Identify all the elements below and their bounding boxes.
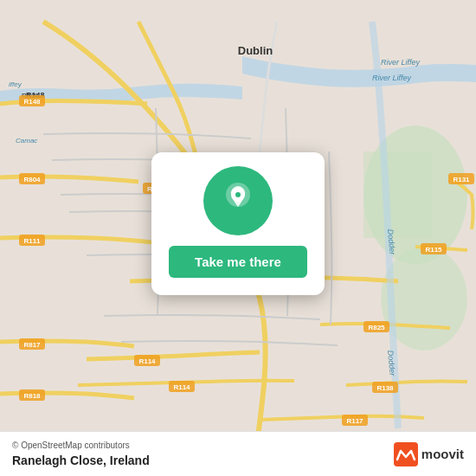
svg-text:R817: R817 bbox=[23, 341, 41, 349]
location-name: Ranelagh Close, Ireland bbox=[12, 453, 150, 467]
svg-text:R131: R131 bbox=[453, 176, 470, 183]
bottom-bar: © OpenStreetMap contributors Ranelagh Cl… bbox=[0, 431, 476, 476]
svg-rect-47 bbox=[394, 442, 418, 466]
svg-text:Dublin: Dublin bbox=[238, 44, 273, 57]
svg-text:R818: R818 bbox=[23, 392, 41, 400]
svg-text:R825: R825 bbox=[368, 324, 385, 331]
take-me-there-button[interactable]: Take me there bbox=[169, 246, 307, 278]
bottom-info: © OpenStreetMap contributors Ranelagh Cl… bbox=[12, 441, 150, 467]
osm-attribution: © OpenStreetMap contributors bbox=[12, 441, 150, 450]
map-container: R148 R148 R148 R804 R111 R1 R817 R818 R1… bbox=[0, 0, 476, 476]
location-card: Take me there bbox=[151, 152, 325, 295]
svg-text:R804: R804 bbox=[23, 176, 41, 183]
svg-text:River Liffey: River Liffey bbox=[381, 58, 421, 67]
moovit-text: moovit bbox=[421, 447, 464, 461]
moovit-logo: moovit bbox=[394, 442, 464, 466]
svg-rect-3 bbox=[363, 151, 433, 238]
svg-text:R114: R114 bbox=[138, 357, 156, 365]
svg-text:R115: R115 bbox=[425, 246, 442, 254]
moovit-icon bbox=[394, 442, 418, 466]
svg-text:R117: R117 bbox=[346, 417, 363, 425]
svg-text:R138: R138 bbox=[376, 384, 394, 392]
svg-point-46 bbox=[235, 192, 241, 197]
pin-icon bbox=[221, 179, 255, 222]
location-icon-container bbox=[203, 166, 273, 235]
svg-text:River Liffey: River Liffey bbox=[372, 74, 412, 82]
svg-text:Camac: Camac bbox=[16, 137, 37, 145]
svg-text:iffey: iffey bbox=[9, 80, 23, 88]
svg-text:R114: R114 bbox=[173, 383, 190, 391]
svg-text:R148: R148 bbox=[23, 98, 41, 106]
svg-text:R111: R111 bbox=[23, 237, 41, 245]
